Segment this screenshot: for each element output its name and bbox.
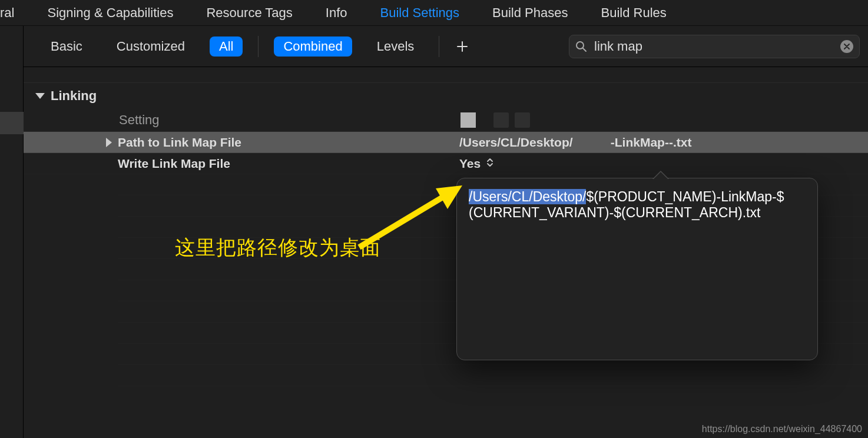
filter-customized[interactable]: Customized	[107, 36, 194, 57]
filter-all[interactable]: All	[210, 36, 243, 57]
tab-build-rules[interactable]: Build Rules	[584, 0, 683, 26]
chevron-down-icon	[35, 93, 45, 99]
tab-general[interactable]: ral	[0, 0, 31, 26]
tab-info[interactable]: Info	[309, 0, 364, 26]
setting-label: Path to Link Map File	[118, 135, 459, 150]
filter-combined[interactable]: Combined	[274, 36, 352, 57]
columns-header: Setting	[24, 108, 868, 132]
empty-row	[118, 365, 868, 386]
annotation-text: 这里把路径修改为桌面	[175, 234, 381, 261]
column-target-header	[460, 112, 868, 128]
separator	[258, 36, 259, 57]
clear-search-icon[interactable]	[840, 40, 853, 53]
search-input[interactable]	[593, 38, 840, 55]
tab-signing-capabilities[interactable]: Signing & Capabilities	[31, 0, 190, 26]
section-title: Linking	[51, 88, 97, 104]
popover-arrow	[652, 171, 669, 179]
separator	[439, 36, 439, 57]
chevron-right-icon	[106, 138, 112, 147]
filter-basic[interactable]: Basic	[41, 36, 92, 57]
setting-row-path-to-link-map[interactable]: Path to Link Map File /Users/CL/Desktop/…	[24, 132, 868, 153]
tab-resource-tags[interactable]: Resource Tags	[190, 0, 309, 26]
svg-point-0	[577, 42, 584, 49]
setting-label: Write Link Map File	[118, 157, 459, 171]
build-settings-filterbar: Basic Customized All Combined Levels	[24, 26, 868, 67]
column-setting-label: Setting	[119, 112, 460, 128]
targets-sidebar	[0, 26, 24, 438]
value-editor-popover[interactable]: /Users/CL/Desktop/$(PRODUCT_NAME)-LinkMa…	[456, 178, 818, 360]
setting-row-write-link-map[interactable]: Write Link Map File Yes	[24, 153, 868, 174]
search-field[interactable]	[569, 35, 860, 58]
tab-build-phases[interactable]: Build Phases	[476, 0, 584, 26]
editor-tabs: ral Signing & Capabilities Resource Tags…	[0, 0, 868, 26]
svg-line-1	[583, 48, 586, 51]
app-target-icon	[460, 112, 476, 128]
selected-target-row[interactable]	[0, 112, 24, 134]
setting-value[interactable]: /Users/CL/Desktop/ -LinkMap--.txt	[459, 135, 868, 150]
tab-build-settings[interactable]: Build Settings	[364, 0, 476, 26]
stepper-icon	[486, 157, 493, 170]
popover-text[interactable]: /Users/CL/Desktop/$(PRODUCT_NAME)-LinkMa…	[469, 189, 806, 221]
filter-levels[interactable]: Levels	[367, 36, 424, 57]
setting-value[interactable]: Yes	[459, 157, 868, 171]
selected-text: /Users/CL/Desktop/	[469, 189, 586, 204]
section-linking[interactable]: Linking	[24, 82, 868, 108]
plus-icon	[456, 41, 468, 52]
watermark: https://blog.csdn.net/weixin_44867400	[702, 424, 862, 434]
search-icon	[575, 41, 587, 52]
add-build-setting-button[interactable]	[455, 39, 470, 54]
